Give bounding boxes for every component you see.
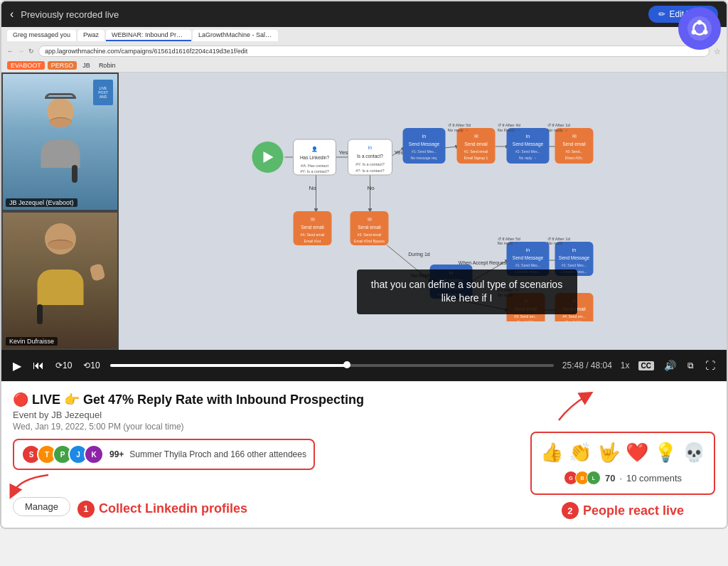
avatar-5: K bbox=[84, 444, 104, 464]
bookmark-icon[interactable]: ☆ bbox=[714, 47, 721, 56]
reload-icon[interactable]: ↻ bbox=[28, 48, 34, 55]
video-controls: ▶ ⏮ ⟳10 ⟲10 25:48 / 48:04 1x CC 🔊 ⧉ ⛶ bbox=[1, 350, 727, 381]
fullscreen-button[interactable]: ⛶ bbox=[704, 358, 717, 373]
svg-point-2 bbox=[697, 20, 702, 25]
event-title: 🔴 LIVE 👉 Get 47% Reply Rate with Inbound… bbox=[13, 392, 519, 408]
rewind-10-button[interactable]: ⟳10 bbox=[54, 359, 73, 372]
reaction-avatar-stack: G B L bbox=[564, 471, 601, 485]
svg-rect-44 bbox=[507, 128, 550, 164]
play-button[interactable]: ▶ bbox=[11, 358, 23, 374]
attendees-row: S T P J K 99+ Summer Thyila Proch and 16… bbox=[13, 439, 315, 470]
annotation-circle-2: 2 bbox=[562, 502, 579, 519]
svg-text:in: in bbox=[368, 145, 373, 150]
svg-text:When Accept Request: When Accept Request bbox=[459, 260, 508, 266]
toolbar-robin[interactable]: Robin bbox=[96, 61, 119, 70]
progress-bar[interactable] bbox=[110, 364, 554, 367]
video-content: LIVEPOSTAND JB Jezequel (Evaboot) bbox=[1, 73, 727, 350]
svg-line-8 bbox=[444, 146, 459, 148]
svg-text:↺ If After 1d: ↺ If After 1d bbox=[547, 237, 570, 241]
skip-back-button[interactable]: ⏮ bbox=[31, 358, 46, 373]
browser-chrome: Greg messaged you Pwaz WEBINAR: Inbound … bbox=[1, 27, 727, 44]
svg-text:↺ If After 5d: ↺ If After 5d bbox=[448, 123, 471, 127]
svg-text:Email #6th: Email #6th bbox=[518, 320, 535, 321]
svg-text:No reply →: No reply → bbox=[448, 128, 469, 132]
svg-text:No: No bbox=[309, 185, 317, 191]
browser-tab-2[interactable]: Pwaz bbox=[77, 30, 105, 41]
forward-10-button[interactable]: ⟲10 bbox=[82, 359, 101, 372]
attendee-count: 99+ bbox=[109, 449, 124, 459]
svg-text:↺ If After 5d: ↺ If After 5d bbox=[498, 237, 520, 241]
screen-content: Yes Yes No No 👤 Has Linkedin? #A: Has co… bbox=[119, 73, 727, 350]
svg-text:Send Message: Send Message bbox=[559, 255, 590, 261]
svg-text:#1: Send Mes...: #1: Send Mes... bbox=[412, 149, 437, 154]
video-top-bar: ‹ Previously recorded live ✏ Edit Video bbox=[1, 1, 727, 27]
progress-thumb[interactable] bbox=[343, 361, 350, 368]
svg-text:Yes: Yes bbox=[339, 149, 348, 156]
webcam-person2: Kevin Dufraisse bbox=[1, 211, 119, 350]
svg-text:#3: Send em...: #3: Send em... bbox=[514, 314, 537, 319]
subtitle-text: that you can define a soul type of scena… bbox=[357, 269, 577, 314]
volume-button[interactable]: 🔊 bbox=[663, 358, 678, 373]
url-bar[interactable]: app.lagrowthmachine.com/campaigns/61561d… bbox=[38, 46, 710, 57]
info-area: 🔴 LIVE 👉 Get 47% Reply Rate with Inbound… bbox=[1, 381, 727, 528]
arrow-annotation-2 bbox=[552, 392, 594, 427]
svg-text:✉: ✉ bbox=[311, 217, 315, 222]
svg-text:#1: Send Mes...: #1: Send Mes... bbox=[515, 263, 540, 267]
svg-text:Email #4th: Email #4th bbox=[566, 320, 583, 321]
svg-text:Send email: Send email bbox=[301, 225, 324, 230]
person1-label: JB Jezequel (Evaboot) bbox=[6, 198, 77, 207]
svg-text:During 1d: During 1d bbox=[408, 252, 429, 257]
r-avatar-3: L bbox=[587, 471, 601, 485]
svg-text:#Y: Is a contact?: #Y: Is a contact? bbox=[355, 162, 385, 166]
svg-point-4 bbox=[692, 30, 697, 35]
svg-text:#3: Send email: #3: Send email bbox=[358, 233, 381, 237]
reactions-emoji-row: 👍 👏 🤟 ❤️ 💡 💀 bbox=[540, 442, 705, 464]
book-poster: LIVEPOSTAND bbox=[93, 80, 113, 105]
annotation-2-text: People react live bbox=[583, 503, 684, 518]
svg-text:Email #2nd Bypass: Email #2nd Bypass bbox=[354, 239, 385, 243]
back-nav-icon[interactable]: ← bbox=[7, 48, 14, 55]
svg-text:#Y: Is a contact?: #Y: Is a contact? bbox=[300, 169, 329, 173]
cc-button[interactable]: CC bbox=[638, 361, 654, 370]
toolbar-perso[interactable]: PERSO bbox=[48, 61, 77, 70]
svg-text:Send email: Send email bbox=[358, 225, 381, 230]
svg-rect-54 bbox=[294, 211, 332, 245]
svg-text:Send Message: Send Message bbox=[409, 142, 440, 147]
svg-text:#1: Send email: #1: Send email bbox=[464, 149, 488, 154]
event-organizer: Event by JB Jezequel bbox=[13, 410, 519, 420]
manage-button[interactable]: Manage bbox=[13, 497, 70, 516]
svg-text:in: in bbox=[526, 134, 530, 139]
svg-text:Send Message: Send Message bbox=[513, 255, 544, 261]
browser-tab-1[interactable]: Greg messaged you bbox=[7, 30, 76, 41]
speed-badge[interactable]: 1x bbox=[621, 361, 630, 370]
browser-tab-3[interactable]: WEBINAR: Inbound Prospect... bbox=[106, 30, 191, 41]
svg-text:#4: Send em...: #4: Send em... bbox=[562, 314, 586, 319]
svg-text:👤: 👤 bbox=[311, 146, 318, 152]
svg-text:#A: Send email: #A: Send email bbox=[301, 233, 325, 237]
svg-text:Send email: Send email bbox=[562, 142, 586, 146]
svg-text:No reply →: No reply → bbox=[547, 128, 569, 132]
reaction-love: 🤟 bbox=[597, 442, 620, 464]
annotation-1-text: Collect Linkedin profiles bbox=[99, 501, 247, 516]
main-container: ‹ Previously recorded live ✏ Edit Video … bbox=[0, 0, 728, 529]
svg-text:Direct #2/c.: Direct #2/c. bbox=[565, 156, 583, 160]
browser-toolbar: EVABOOT PERSO JB Robin bbox=[1, 60, 727, 73]
pip-button[interactable]: ⧉ bbox=[686, 359, 695, 372]
svg-rect-39 bbox=[457, 128, 496, 164]
svg-rect-29 bbox=[348, 139, 392, 175]
svg-text:#3: Send...: #3: Send... bbox=[565, 149, 582, 154]
svg-text:↺ If After 1d: ↺ If After 1d bbox=[547, 123, 570, 127]
toolbar-jb[interactable]: JB bbox=[80, 61, 93, 70]
browser-tabs: Greg messaged you Pwaz WEBINAR: Inbound … bbox=[7, 30, 278, 41]
reaction-heart: ❤️ bbox=[626, 442, 648, 464]
webcam-feeds: LIVEPOSTAND JB Jezequel (Evaboot) bbox=[1, 73, 119, 350]
toolbar-evaboot[interactable]: EVABOOT bbox=[7, 61, 45, 70]
video-title: Previously recorded live bbox=[21, 9, 641, 20]
reactions-meta: G B L 70 · 10 comments bbox=[564, 471, 682, 485]
live-emoji: 🔴 bbox=[13, 393, 28, 407]
forward-nav-icon[interactable]: → bbox=[18, 48, 24, 55]
attendee-names: Summer Thyila Proch and 166 other attend… bbox=[129, 449, 306, 459]
back-button[interactable]: ‹ bbox=[10, 8, 14, 21]
browser-tab-4[interactable]: LaGrowthMachine - Sales Au... bbox=[193, 30, 278, 41]
reaction-clap: 👏 bbox=[569, 442, 592, 464]
